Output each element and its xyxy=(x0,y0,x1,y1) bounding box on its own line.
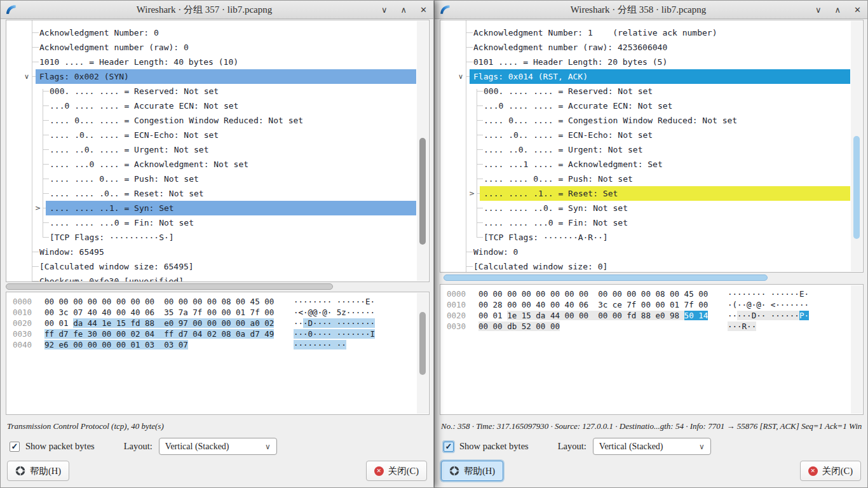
tree-hscrollbar-thumb[interactable] xyxy=(6,283,333,290)
tree-row[interactable]: .... 0... .... = Congestion Window Reduc… xyxy=(440,113,863,128)
tree-row[interactable]: 000. .... .... = Reserved: Not set xyxy=(440,84,863,98)
tree-row[interactable]: .... 0... .... = Congestion Window Reduc… xyxy=(6,113,429,128)
tree-row[interactable]: 000. .... .... = Reserved: Not set xyxy=(6,84,429,98)
minimize-icon[interactable]: ∨ xyxy=(815,5,822,15)
tree-row[interactable]: Acknowledgment Number: 0 xyxy=(6,25,429,40)
help-button[interactable]: 帮助(H) xyxy=(7,461,69,481)
tree-hscrollbar[interactable] xyxy=(440,274,864,282)
hex-row[interactable]: 002000 01 da 44 1e 15 fd 88 e0 97 00 00 … xyxy=(6,318,416,329)
hex-row[interactable]: 003000 00 db 52 00 00···R·· xyxy=(440,321,850,332)
tree-vscrollbar[interactable] xyxy=(851,21,862,271)
maximize-icon[interactable]: ∧ xyxy=(835,5,841,15)
tree-row[interactable]: .... .0.. .... = ECN-Echo: Not set xyxy=(6,128,429,142)
hex-ascii[interactable]: ········ ·· xyxy=(294,340,346,349)
hex-bytes[interactable]: 00 01 xyxy=(44,318,73,328)
hex-ascii[interactable]: P· xyxy=(799,311,809,320)
hex-bytes[interactable]: 1e 15 da 44 00 00 00 00 fd 88 e0 98 xyxy=(507,311,684,320)
tree-row[interactable]: Window: 0 xyxy=(440,245,863,259)
hex-vscrollbar[interactable] xyxy=(417,293,428,414)
hex-ascii[interactable]: ·· xyxy=(728,311,737,320)
hex-ascii[interactable]: ········ ······E· xyxy=(294,297,375,306)
hex-row[interactable]: 002000 01 1e 15 da 44 00 00 00 00 fd 88 … xyxy=(440,310,850,321)
tree-row[interactable]: .... .... ...0 = Fin: Not set xyxy=(440,215,863,230)
hex-bytes[interactable]: 00 28 00 00 40 00 40 06 3c ce 7f 00 00 0… xyxy=(478,300,708,309)
close-icon[interactable]: ✕ xyxy=(420,5,427,15)
layout-dropdown[interactable]: Vertical (Stacked) ∨ xyxy=(159,438,277,455)
tree-row[interactable]: Acknowledgment Number: 1 (relative ack n… xyxy=(440,25,863,40)
hex-bytes[interactable]: 50 14 xyxy=(684,311,709,320)
hex-ascii[interactable]: ···D·· ······ xyxy=(737,311,799,320)
chevron-down-icon[interactable]: ∨ xyxy=(24,69,29,84)
tree-row[interactable]: >.... .... ..1. = Syn: Set xyxy=(6,201,429,215)
hex-bytes[interactable]: 00 00 00 00 00 00 00 00 00 00 00 00 08 0… xyxy=(44,297,274,306)
hex-bytes[interactable]: da 44 1e 15 fd 88 e0 97 00 00 00 00 a0 0… xyxy=(73,318,274,328)
hex-bytes[interactable]: 92 e6 00 00 00 00 01 03 03 07 xyxy=(44,340,188,349)
hex-row[interactable]: 000000 00 00 00 00 00 00 00 00 00 00 00 … xyxy=(6,296,416,307)
tree-row[interactable]: [TCP Flags: ·······A·R··] xyxy=(440,230,863,245)
tree-row[interactable]: .... ...1 .... = Acknowledgment: Set xyxy=(440,157,863,172)
close-button[interactable]: ✕ 关闭(C) xyxy=(366,461,427,481)
tree-row[interactable]: Window: 65495 xyxy=(6,245,429,259)
title-bar[interactable]: Wireshark · 分组 357 · lib7.pcapng ∨ ∧ ✕ xyxy=(1,1,433,19)
hex-vscrollbar-thumb[interactable] xyxy=(419,312,426,375)
tree-row[interactable]: .... .... .0.. = Reset: Not set xyxy=(6,186,429,201)
tree-vscrollbar[interactable] xyxy=(417,21,428,281)
minimize-icon[interactable]: ∨ xyxy=(381,5,388,15)
tree-row[interactable]: Acknowledgment number (raw): 0 xyxy=(6,40,429,55)
tree-row[interactable]: ...0 .... .... = Accurate ECN: Not set xyxy=(6,98,429,113)
close-icon[interactable]: ✕ xyxy=(854,5,861,15)
tree-row[interactable]: >.... .... .1.. = Reset: Set xyxy=(440,186,863,201)
tree-row[interactable]: ∨Flags: 0x002 (SYN) xyxy=(6,69,429,84)
tree-row[interactable]: ∨Flags: 0x014 (RST, ACK) xyxy=(440,69,863,84)
hex-row[interactable]: 001000 28 00 00 40 00 40 06 3c ce 7f 00 … xyxy=(440,299,850,310)
tree-row[interactable]: [Calculated window size: 0] xyxy=(440,259,863,273)
tree-vscrollbar-thumb[interactable] xyxy=(419,138,426,245)
hex-ascii[interactable]: ···0···· ·······I xyxy=(294,329,375,339)
chevron-right-icon[interactable]: > xyxy=(469,186,475,201)
hex-ascii[interactable]: ···R·· xyxy=(728,322,756,331)
chevron-down-icon[interactable]: ∨ xyxy=(458,69,463,84)
tree-vscrollbar-thumb[interactable] xyxy=(853,136,860,239)
show-packet-bytes-checkbox[interactable]: ✓ xyxy=(10,442,20,452)
tree-row[interactable]: 1010 .... = Header Length: 40 bytes (10) xyxy=(6,55,429,69)
tree-row[interactable]: [TCP Flags: ··········S·] xyxy=(6,230,429,245)
close-button[interactable]: ✕ 关闭(C) xyxy=(800,461,861,481)
tree-row[interactable]: Checksum: 0xfe30 [unverified] xyxy=(6,274,429,282)
tree-hscrollbar[interactable] xyxy=(6,283,430,291)
tree-row[interactable]: .... .... 0... = Push: Not set xyxy=(440,172,863,186)
tree-row[interactable]: .... ...0 .... = Acknowledgment: Not set xyxy=(6,157,429,172)
title-bar[interactable]: Wireshark · 分组 358 · lib7.pcapng ∨ ∧ ✕ xyxy=(435,1,867,19)
hex-ascii[interactable]: ·· xyxy=(294,318,303,328)
hex-ascii[interactable]: ········ ······E· xyxy=(728,289,809,299)
hex-dump-pane[interactable]: 000000 00 00 00 00 00 00 00 00 00 00 00 … xyxy=(440,284,864,415)
packet-detail-tree[interactable]: Acknowledgment Number: 0Acknowledgment n… xyxy=(6,20,430,282)
hex-bytes[interactable]: 00 00 db 52 00 00 xyxy=(478,322,560,331)
tree-row[interactable]: [Calculated window size: 65495] xyxy=(6,259,429,274)
hex-dump-pane[interactable]: 000000 00 00 00 00 00 00 00 00 00 00 00 … xyxy=(6,292,430,415)
hex-ascii[interactable]: ·(··@·@· <······· xyxy=(728,300,809,309)
tree-row[interactable]: .... ..0. .... = Urgent: Not set xyxy=(440,142,863,157)
help-button[interactable]: 帮助(H) xyxy=(441,461,503,481)
tree-row[interactable]: 0101 .... = Header Length: 20 bytes (5) xyxy=(440,55,863,69)
hex-row[interactable]: 004092 e6 00 00 00 00 01 03 03 07·······… xyxy=(6,339,416,350)
hex-bytes[interactable]: 00 01 xyxy=(478,311,507,320)
tree-row[interactable]: .... .... ..0. = Syn: Not set xyxy=(440,201,863,215)
chevron-right-icon[interactable]: > xyxy=(35,201,41,215)
packet-detail-tree[interactable]: Acknowledgment Number: 1 (relative ack n… xyxy=(440,20,864,273)
hex-row[interactable]: 0030ff d7 fe 30 00 00 02 04 ff d7 04 02 … xyxy=(6,329,416,339)
tree-row[interactable]: .... .... 0... = Push: Not set xyxy=(6,172,429,186)
tree-row[interactable]: ...0 .... .... = Accurate ECN: Not set xyxy=(440,98,863,113)
hex-row[interactable]: 000000 00 00 00 00 00 00 00 00 00 00 00 … xyxy=(440,288,850,299)
hex-row[interactable]: 001000 3c 07 40 40 00 40 06 35 7a 7f 00 … xyxy=(6,307,416,318)
tree-row[interactable]: .... .... ...0 = Fin: Not set xyxy=(6,215,429,230)
hex-bytes[interactable]: 00 00 00 00 00 00 00 00 00 00 00 00 08 0… xyxy=(478,289,708,299)
show-packet-bytes-checkbox[interactable]: ✓ xyxy=(444,442,454,452)
tree-row[interactable]: .... .0.. .... = ECN-Echo: Not set xyxy=(440,128,863,142)
hex-bytes[interactable]: 00 3c 07 40 40 00 40 06 35 7a 7f 00 00 0… xyxy=(44,308,274,317)
maximize-icon[interactable]: ∧ xyxy=(401,5,407,15)
hex-vscrollbar[interactable] xyxy=(851,285,862,414)
layout-dropdown[interactable]: Vertical (Stacked) ∨ xyxy=(593,438,711,455)
hex-ascii[interactable]: ·D···· ········ xyxy=(303,318,375,328)
tree-row[interactable]: .... ..0. .... = Urgent: Not set xyxy=(6,142,429,157)
tree-row[interactable]: Acknowledgment number (raw): 4253606040 xyxy=(440,40,863,55)
